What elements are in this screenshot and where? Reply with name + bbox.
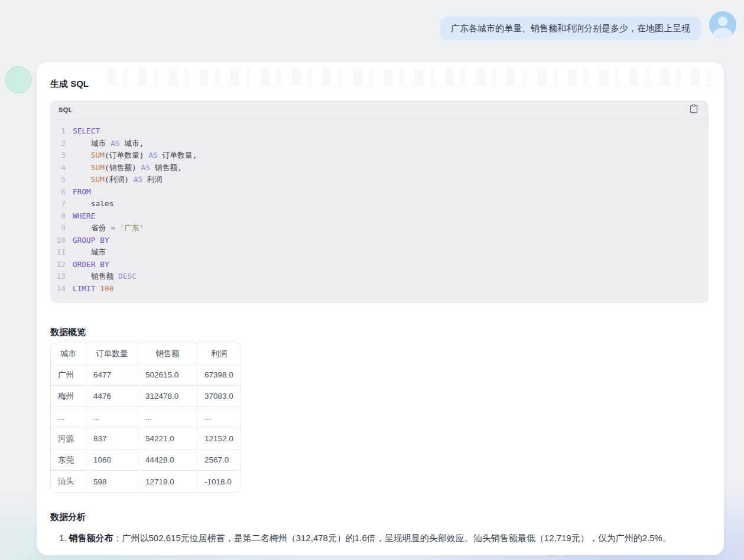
table-row: 东莞106044428.02567.0 (51, 450, 241, 471)
table-cell: ... (197, 407, 241, 428)
table-cell: 6477 (86, 364, 138, 386)
table-cell: 502615.0 (138, 364, 197, 386)
code-line: 12ORDER BY (50, 259, 709, 271)
code-line: 10GROUP BY (50, 235, 709, 247)
table-cell: -1018.0 (197, 471, 241, 492)
user-message-row: 广东各城市的单量、销售额和利润分别是多少，在地图上呈现 (0, 0, 744, 40)
table-cell: 598 (86, 471, 138, 492)
table-cell: 12719.0 (138, 471, 197, 492)
code-line: 8WHERE (50, 210, 709, 223)
code-line: 2 城市 AS 城市, (50, 138, 709, 150)
table-cell: 54221.0 (138, 428, 197, 450)
table-cell: 12152.0 (197, 428, 241, 450)
assistant-message-row: 生成 SQL SQL 1SELECT2 城市 AS 城市,3 SUM(订单数量)… (0, 62, 744, 555)
table-cell: 312478.0 (138, 386, 197, 407)
sql-code-block: SQL 1SELECT2 城市 AS 城市,3 SUM(订单数量) AS 订单数… (50, 100, 709, 303)
code-line: 5 SUM(利润) AS 利润 (50, 174, 709, 186)
analysis-list: 1.销售额分布：广州以502,615元位居榜首，是第二名梅州（312,478元）… (50, 530, 709, 546)
table-column-header: 城市 (51, 343, 86, 364)
code-line: 7 sales (50, 198, 709, 210)
table-cell: 2567.0 (197, 450, 241, 471)
table-cell: 44428.0 (138, 450, 197, 471)
table-row: 梅州4476312478.037083.0 (51, 386, 241, 407)
table-cell: 4476 (86, 386, 138, 407)
table-cell: 67398.0 (197, 364, 241, 386)
copy-sql-button[interactable] (688, 103, 699, 116)
user-avatar (709, 11, 736, 38)
assistant-response-card: 生成 SQL SQL 1SELECT2 城市 AS 城市,3 SUM(订单数量)… (37, 62, 724, 555)
code-line: 13 销售额 DESC (50, 271, 709, 283)
clipboard-icon (690, 104, 698, 115)
table-cell: 汕头 (51, 471, 86, 492)
table-column-header: 利润 (197, 343, 241, 364)
table-cell: ... (86, 407, 138, 428)
code-line: 11 城市 (50, 246, 709, 259)
table-cell: 河源 (51, 428, 86, 450)
table-header-row: 城市订单数量销售额利润 (51, 343, 241, 364)
code-line: 9 省份 = '广东' (50, 222, 709, 235)
table-cell: ... (51, 407, 86, 428)
table-row: 广州6477502615.067398.0 (51, 364, 241, 386)
code-line: 4 SUM(销售额) AS 销售额, (50, 162, 709, 174)
table-cell: 梅州 (51, 386, 86, 407)
table-cell: 1060 (86, 450, 138, 471)
data-preview-title: 数据概览 (50, 327, 709, 338)
table-cell: 东莞 (51, 450, 86, 471)
table-cell: ... (138, 407, 197, 428)
table-row: 河源83754221.012152.0 (51, 428, 241, 450)
code-line: 1SELECT (50, 125, 709, 138)
table-cell: 广州 (51, 364, 86, 386)
table-row: ............ (51, 407, 241, 428)
analysis-item: 1.销售额分布：广州以502,615元位居榜首，是第二名梅州（312,478元）… (50, 530, 709, 546)
code-line: 14LIMIT 100 (50, 283, 709, 295)
sql-language-label: SQL (59, 106, 73, 113)
table-cell: 37083.0 (197, 386, 241, 407)
code-line: 6FROM (50, 186, 709, 198)
user-message-bubble: 广东各城市的单量、销售额和利润分别是多少，在地图上呈现 (440, 17, 701, 40)
sql-section-title: 生成 SQL (50, 79, 709, 90)
sql-code-header: SQL (50, 100, 709, 119)
assistant-avatar (5, 66, 32, 93)
user-person-icon (718, 17, 727, 26)
table-cell: 837 (86, 428, 138, 450)
table-column-header: 订单数量 (86, 343, 138, 364)
data-analysis-title: 数据分析 (50, 512, 709, 523)
sql-code-lines: 1SELECT2 城市 AS 城市,3 SUM(订单数量) AS 订单数量,4 … (50, 119, 709, 303)
table-body: 广州6477502615.067398.0梅州4476312478.037083… (51, 364, 241, 492)
table-row: 汕头59812719.0-1018.0 (51, 471, 241, 492)
table-column-header: 销售额 (138, 343, 197, 364)
code-line: 3 SUM(订单数量) AS 订单数量, (50, 149, 709, 162)
data-preview-table: 城市订单数量销售额利润 广州6477502615.067398.0梅州44763… (50, 343, 241, 493)
